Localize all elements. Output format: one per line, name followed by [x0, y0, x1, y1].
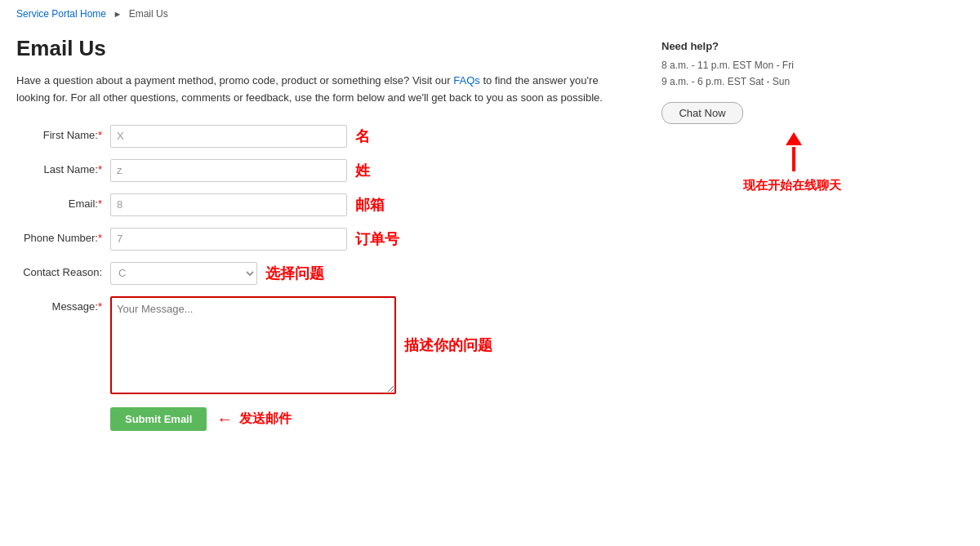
need-help-title: Need help?	[662, 40, 841, 52]
phone-annotation: 订单号	[355, 229, 399, 249]
phone-input[interactable]	[110, 228, 347, 251]
last-name-label: Last Name:*	[16, 159, 110, 175]
email-label: Email:*	[16, 193, 110, 210]
phone-row: Phone Number:* 订单号	[16, 228, 629, 251]
message-field-wrapper: 描述你的问题	[110, 296, 492, 394]
message-textarea[interactable]	[110, 296, 396, 394]
required-indicator: *	[98, 232, 102, 244]
arrow-stem	[792, 147, 795, 171]
phone-label: Phone Number:*	[16, 228, 110, 244]
first-name-input[interactable]	[110, 125, 347, 148]
arrow-up-icon	[786, 132, 802, 145]
page-title: Email Us	[16, 36, 629, 61]
contact-reason-row: Contact Reason: C 选择问题	[16, 262, 629, 285]
arrow-left-icon: ←	[216, 410, 233, 428]
last-name-field-wrapper: 姓	[110, 159, 370, 182]
contact-reason-field-wrapper: C 选择问题	[110, 262, 324, 285]
breadcrumb-home-link[interactable]: Service Portal Home	[16, 8, 106, 20]
last-name-annotation: 姓	[355, 161, 370, 180]
chat-now-button[interactable]: Chat Now	[662, 102, 743, 124]
hours-line1: 8 a.m. - 11 p.m. EST Mon - Fri	[662, 60, 794, 71]
message-label: Message:*	[16, 296, 110, 313]
submit-row: Submit Email ← 发送邮件	[110, 407, 629, 431]
phone-field-wrapper: 订单号	[110, 228, 399, 251]
breadcrumb-separator: ►	[113, 9, 122, 19]
message-annotation-text: 描述你的问题	[404, 335, 492, 355]
message-row: Message:* 描述你的问题	[16, 296, 629, 394]
main-container: Email Us Have a question about a payment…	[0, 28, 980, 455]
contact-reason-select[interactable]: C	[110, 262, 257, 285]
submit-ann-text: 发送邮件	[239, 411, 292, 428]
contact-reason-annotation: 选择问题	[265, 264, 324, 283]
hours-line2: 9 a.m. - 6 p.m. EST Sat - Sun	[662, 76, 790, 87]
first-name-row: First Name:* 名	[16, 125, 629, 148]
last-name-row: Last Name:* 姓	[16, 159, 629, 182]
submit-email-button[interactable]: Submit Email	[110, 407, 207, 431]
message-annotation-wrapper: 描述你的问题	[404, 335, 492, 355]
required-indicator: *	[98, 129, 102, 141]
sidebar-section: Need help? 8 a.m. - 11 p.m. EST Mon - Fr…	[662, 36, 841, 431]
chat-annotation-text: 现在开始在线聊天	[743, 178, 841, 193]
last-name-input[interactable]	[110, 159, 347, 182]
arrow-up-container	[786, 132, 802, 171]
submit-annotation: ← 发送邮件	[216, 410, 292, 428]
hours-text: 8 a.m. - 11 p.m. EST Mon - Fri 9 a.m. - …	[662, 57, 841, 91]
contact-reason-label: Contact Reason:	[16, 262, 110, 278]
required-indicator: *	[98, 163, 102, 175]
email-input[interactable]	[110, 193, 347, 216]
email-annotation: 邮箱	[355, 195, 385, 215]
first-name-label: First Name:*	[16, 125, 110, 141]
intro-before-faq: Have a question about a payment method, …	[16, 74, 453, 87]
chat-annotation-area: 现在开始在线聊天	[662, 132, 841, 193]
email-field-wrapper: 邮箱	[110, 193, 385, 216]
intro-text: Have a question about a payment method, …	[16, 73, 629, 107]
email-row: Email:* 邮箱	[16, 193, 629, 216]
breadcrumb: Service Portal Home ► Email Us	[0, 0, 980, 28]
required-indicator: *	[98, 198, 102, 210]
first-name-field-wrapper: 名	[110, 125, 370, 148]
required-indicator: *	[98, 300, 102, 313]
breadcrumb-current: Email Us	[129, 8, 168, 20]
form-section: Email Us Have a question about a payment…	[16, 36, 629, 431]
first-name-annotation: 名	[355, 127, 370, 146]
faq-link[interactable]: FAQs	[453, 74, 480, 87]
